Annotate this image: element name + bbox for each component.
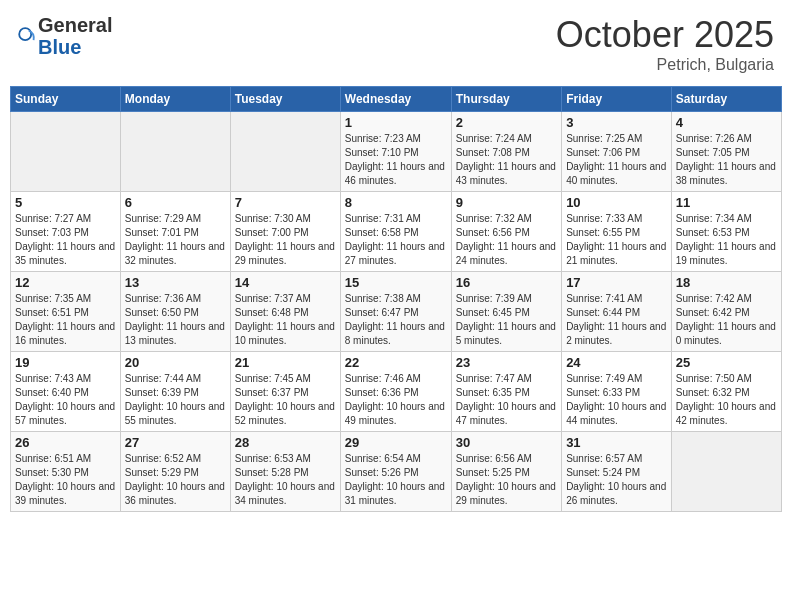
calendar-cell: 3Sunrise: 7:25 AM Sunset: 7:06 PM Daylig… <box>562 112 672 192</box>
calendar-cell: 19Sunrise: 7:43 AM Sunset: 6:40 PM Dayli… <box>11 352 121 432</box>
day-number: 8 <box>345 195 447 210</box>
day-info: Sunrise: 7:43 AM Sunset: 6:40 PM Dayligh… <box>15 372 116 428</box>
day-info: Sunrise: 7:33 AM Sunset: 6:55 PM Dayligh… <box>566 212 667 268</box>
day-number: 15 <box>345 275 447 290</box>
calendar-cell: 28Sunrise: 6:53 AM Sunset: 5:28 PM Dayli… <box>230 432 340 512</box>
calendar-week-1: 1Sunrise: 7:23 AM Sunset: 7:10 PM Daylig… <box>11 112 782 192</box>
day-info: Sunrise: 7:47 AM Sunset: 6:35 PM Dayligh… <box>456 372 557 428</box>
day-number: 19 <box>15 355 116 370</box>
day-number: 13 <box>125 275 226 290</box>
title-block: October 2025 Petrich, Bulgaria <box>556 14 774 74</box>
day-number: 2 <box>456 115 557 130</box>
day-info: Sunrise: 7:29 AM Sunset: 7:01 PM Dayligh… <box>125 212 226 268</box>
logo: General Blue <box>18 14 112 58</box>
day-number: 22 <box>345 355 447 370</box>
day-info: Sunrise: 7:25 AM Sunset: 7:06 PM Dayligh… <box>566 132 667 188</box>
day-number: 16 <box>456 275 557 290</box>
day-number: 25 <box>676 355 777 370</box>
logo-icon <box>18 27 36 45</box>
calendar-cell: 5Sunrise: 7:27 AM Sunset: 7:03 PM Daylig… <box>11 192 121 272</box>
calendar-cell: 2Sunrise: 7:24 AM Sunset: 7:08 PM Daylig… <box>451 112 561 192</box>
day-info: Sunrise: 6:56 AM Sunset: 5:25 PM Dayligh… <box>456 452 557 508</box>
calendar-cell: 20Sunrise: 7:44 AM Sunset: 6:39 PM Dayli… <box>120 352 230 432</box>
day-header-thursday: Thursday <box>451 87 561 112</box>
calendar-cell: 22Sunrise: 7:46 AM Sunset: 6:36 PM Dayli… <box>340 352 451 432</box>
day-header-wednesday: Wednesday <box>340 87 451 112</box>
day-info: Sunrise: 7:26 AM Sunset: 7:05 PM Dayligh… <box>676 132 777 188</box>
calendar-week-2: 5Sunrise: 7:27 AM Sunset: 7:03 PM Daylig… <box>11 192 782 272</box>
day-info: Sunrise: 6:57 AM Sunset: 5:24 PM Dayligh… <box>566 452 667 508</box>
calendar-cell: 25Sunrise: 7:50 AM Sunset: 6:32 PM Dayli… <box>671 352 781 432</box>
day-info: Sunrise: 7:39 AM Sunset: 6:45 PM Dayligh… <box>456 292 557 348</box>
day-info: Sunrise: 7:32 AM Sunset: 6:56 PM Dayligh… <box>456 212 557 268</box>
calendar-cell: 14Sunrise: 7:37 AM Sunset: 6:48 PM Dayli… <box>230 272 340 352</box>
day-info: Sunrise: 6:54 AM Sunset: 5:26 PM Dayligh… <box>345 452 447 508</box>
calendar-week-4: 19Sunrise: 7:43 AM Sunset: 6:40 PM Dayli… <box>11 352 782 432</box>
day-info: Sunrise: 7:30 AM Sunset: 7:00 PM Dayligh… <box>235 212 336 268</box>
day-header-friday: Friday <box>562 87 672 112</box>
day-number: 28 <box>235 435 336 450</box>
day-number: 24 <box>566 355 667 370</box>
calendar-cell: 31Sunrise: 6:57 AM Sunset: 5:24 PM Dayli… <box>562 432 672 512</box>
calendar-cell: 30Sunrise: 6:56 AM Sunset: 5:25 PM Dayli… <box>451 432 561 512</box>
day-number: 17 <box>566 275 667 290</box>
day-info: Sunrise: 7:45 AM Sunset: 6:37 PM Dayligh… <box>235 372 336 428</box>
calendar-cell: 16Sunrise: 7:39 AM Sunset: 6:45 PM Dayli… <box>451 272 561 352</box>
day-info: Sunrise: 7:50 AM Sunset: 6:32 PM Dayligh… <box>676 372 777 428</box>
calendar-cell: 15Sunrise: 7:38 AM Sunset: 6:47 PM Dayli… <box>340 272 451 352</box>
day-number: 7 <box>235 195 336 210</box>
calendar-cell: 11Sunrise: 7:34 AM Sunset: 6:53 PM Dayli… <box>671 192 781 272</box>
day-header-tuesday: Tuesday <box>230 87 340 112</box>
month-year: October 2025 <box>556 14 774 56</box>
logo-blue: Blue <box>38 36 112 58</box>
day-number: 9 <box>456 195 557 210</box>
calendar-table: SundayMondayTuesdayWednesdayThursdayFrid… <box>10 86 782 512</box>
day-number: 23 <box>456 355 557 370</box>
calendar-cell <box>230 112 340 192</box>
calendar-cell: 13Sunrise: 7:36 AM Sunset: 6:50 PM Dayli… <box>120 272 230 352</box>
day-info: Sunrise: 7:41 AM Sunset: 6:44 PM Dayligh… <box>566 292 667 348</box>
day-number: 12 <box>15 275 116 290</box>
day-number: 29 <box>345 435 447 450</box>
day-info: Sunrise: 7:31 AM Sunset: 6:58 PM Dayligh… <box>345 212 447 268</box>
day-number: 5 <box>15 195 116 210</box>
calendar-cell: 27Sunrise: 6:52 AM Sunset: 5:29 PM Dayli… <box>120 432 230 512</box>
page-header: General Blue October 2025 Petrich, Bulga… <box>10 10 782 78</box>
calendar-cell: 7Sunrise: 7:30 AM Sunset: 7:00 PM Daylig… <box>230 192 340 272</box>
calendar-cell: 12Sunrise: 7:35 AM Sunset: 6:51 PM Dayli… <box>11 272 121 352</box>
location: Petrich, Bulgaria <box>556 56 774 74</box>
calendar-cell: 24Sunrise: 7:49 AM Sunset: 6:33 PM Dayli… <box>562 352 672 432</box>
day-number: 31 <box>566 435 667 450</box>
day-number: 14 <box>235 275 336 290</box>
day-header-sunday: Sunday <box>11 87 121 112</box>
day-number: 18 <box>676 275 777 290</box>
day-info: Sunrise: 7:37 AM Sunset: 6:48 PM Dayligh… <box>235 292 336 348</box>
day-number: 1 <box>345 115 447 130</box>
day-info: Sunrise: 7:44 AM Sunset: 6:39 PM Dayligh… <box>125 372 226 428</box>
day-info: Sunrise: 7:27 AM Sunset: 7:03 PM Dayligh… <box>15 212 116 268</box>
calendar-header-row: SundayMondayTuesdayWednesdayThursdayFrid… <box>11 87 782 112</box>
day-number: 11 <box>676 195 777 210</box>
calendar-cell: 17Sunrise: 7:41 AM Sunset: 6:44 PM Dayli… <box>562 272 672 352</box>
day-info: Sunrise: 7:46 AM Sunset: 6:36 PM Dayligh… <box>345 372 447 428</box>
calendar-cell <box>671 432 781 512</box>
day-info: Sunrise: 7:35 AM Sunset: 6:51 PM Dayligh… <box>15 292 116 348</box>
calendar-cell: 10Sunrise: 7:33 AM Sunset: 6:55 PM Dayli… <box>562 192 672 272</box>
day-info: Sunrise: 7:24 AM Sunset: 7:08 PM Dayligh… <box>456 132 557 188</box>
day-header-saturday: Saturday <box>671 87 781 112</box>
day-number: 10 <box>566 195 667 210</box>
calendar-cell: 1Sunrise: 7:23 AM Sunset: 7:10 PM Daylig… <box>340 112 451 192</box>
day-number: 6 <box>125 195 226 210</box>
calendar-week-5: 26Sunrise: 6:51 AM Sunset: 5:30 PM Dayli… <box>11 432 782 512</box>
day-info: Sunrise: 7:23 AM Sunset: 7:10 PM Dayligh… <box>345 132 447 188</box>
day-info: Sunrise: 7:49 AM Sunset: 6:33 PM Dayligh… <box>566 372 667 428</box>
day-number: 27 <box>125 435 226 450</box>
day-number: 21 <box>235 355 336 370</box>
calendar-cell: 4Sunrise: 7:26 AM Sunset: 7:05 PM Daylig… <box>671 112 781 192</box>
day-info: Sunrise: 7:36 AM Sunset: 6:50 PM Dayligh… <box>125 292 226 348</box>
day-info: Sunrise: 6:52 AM Sunset: 5:29 PM Dayligh… <box>125 452 226 508</box>
day-number: 26 <box>15 435 116 450</box>
calendar-cell: 29Sunrise: 6:54 AM Sunset: 5:26 PM Dayli… <box>340 432 451 512</box>
day-number: 4 <box>676 115 777 130</box>
day-info: Sunrise: 6:51 AM Sunset: 5:30 PM Dayligh… <box>15 452 116 508</box>
